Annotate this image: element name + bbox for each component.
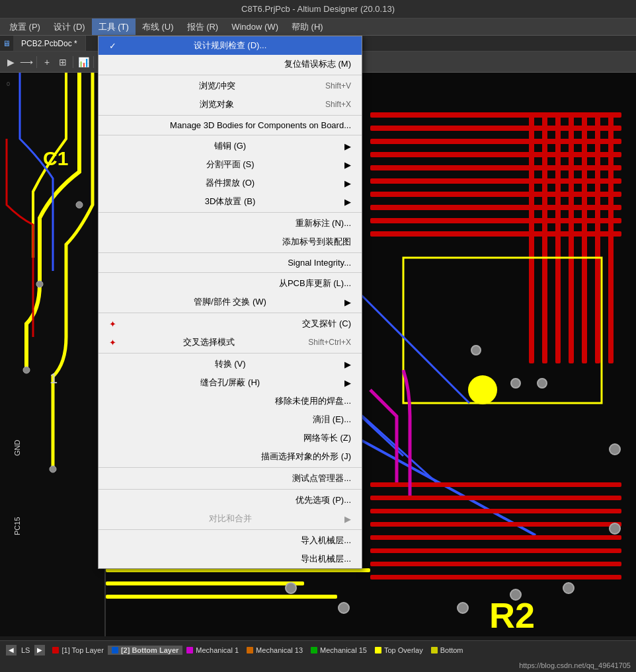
menu-signal-integrity[interactable]: Signal Integrity... [99, 254, 362, 271]
left-pcb-svg: GND PC15 C1 1 0 [0, 73, 106, 636]
sep-6 [99, 272, 362, 273]
layer-prev-btn[interactable]: ◀ [6, 645, 17, 655]
menu-reset-error[interactable]: 复位错误标志 (M) [99, 55, 362, 73]
component-arrow: ▶ [344, 178, 351, 188]
menu-cross-select[interactable]: ✦ 交叉选择模式 Shift+Ctrl+X [99, 333, 362, 352]
menu-bar: 放置 (P) 设计 (D) 工具 (T) 布线 (U) 报告 (R) Windo… [0, 19, 636, 36]
menu-export-mechanical[interactable]: 导出机械层... [99, 550, 362, 568]
url-bar: https://blog.csdn.net/qq_49641705 [0, 659, 636, 672]
svg-point-47 [457, 603, 468, 613]
topoverlay-dot [375, 647, 381, 653]
pcb-icon: 🖥 [3, 39, 11, 48]
svg-point-0 [76, 202, 83, 208]
svg-text:1: 1 [50, 370, 58, 387]
svg-rect-38 [370, 575, 621, 579]
layer-ls[interactable]: LS [17, 646, 34, 655]
bottomoverlay-dot [431, 647, 438, 653]
layer-mechanical13[interactable]: Mechanical 13 [243, 646, 307, 655]
menu-manage-3d[interactable]: Manage 3D Bodies for Components on Board… [99, 117, 362, 133]
menu-route[interactable]: 布线 (U) [136, 19, 180, 35]
menu-net-equal-length[interactable]: 网络等长 (Z) [99, 429, 362, 447]
svg-point-40 [468, 375, 497, 404]
split-arrow: ▶ [344, 160, 351, 170]
menu-place[interactable]: 放置 (P) [3, 19, 47, 35]
cross-select-icon: ✦ [109, 338, 122, 348]
menu-draw-outline[interactable]: 描画选择对象的外形 (J) [99, 447, 362, 466]
status-bar: ◀ LS ▶ [1] Top Layer [2] Bottom Layer Me… [0, 640, 636, 672]
svg-text:R2: R2 [489, 595, 535, 635]
toolbar-icon-3[interactable]: + [40, 55, 54, 69]
menu-copper[interactable]: 铺铜 (G) ▶ [99, 137, 362, 155]
left-panel: GND PC15 C1 1 0 [0, 73, 106, 636]
layer-next-btn[interactable]: ▶ [34, 645, 45, 655]
mech13-dot [247, 647, 253, 653]
layer-bottom[interactable]: [2] Bottom Layer [108, 646, 182, 655]
toolbar-icon-2[interactable]: ⟶ [19, 55, 34, 69]
menu-convert[interactable]: 转换 (V) ▶ [99, 355, 362, 373]
menu-slot-shield[interactable]: 缝合孔/屏蔽 (H) ▶ [99, 373, 362, 392]
svg-rect-33 [370, 509, 621, 513]
compare-arrow: ▶ [344, 514, 351, 524]
menu-update-from-pcb[interactable]: 从PCB库更新 (L)... [99, 274, 362, 293]
toolbar-icon-4[interactable]: ⊞ [56, 55, 70, 69]
menu-import-mechanical[interactable]: 导入机械层... [99, 531, 362, 550]
title-text: C8T6.PrjPcb - Altium Designer (20.0.13) [241, 4, 395, 14]
svg-rect-20 [529, 112, 534, 363]
pcb-tab[interactable]: PCB2.PcbDoc * [13, 36, 86, 51]
3d-arrow: ▶ [344, 197, 351, 207]
menu-testpoint-manager[interactable]: 测试点管理器... [99, 469, 362, 488]
menu-component-placement[interactable]: 器件摆放 (O) ▶ [99, 174, 362, 192]
svg-point-42 [471, 346, 481, 355]
menu-help[interactable]: 帮助 (H) [285, 19, 330, 35]
toolbar-icon-5[interactable]: 📊 [76, 55, 91, 69]
svg-point-45 [286, 583, 296, 593]
layer-top[interactable]: [1] Top Layer [48, 646, 107, 655]
layer-top-overlay[interactable]: Top Overlay [371, 646, 427, 655]
svg-rect-24 [582, 112, 587, 363]
dropdown-section-main: ✓ 设计规则检查 (D)... 复位错误标志 (M) 浏览/冲突 Shift+V… [99, 36, 362, 568]
menu-renumber[interactable]: 重新标注 (N)... [99, 214, 362, 233]
menu-split-plane[interactable]: 分割平面 (S) ▶ [99, 155, 362, 174]
svg-point-46 [338, 603, 349, 613]
layer-mechanical1[interactable]: Mechanical 1 [182, 646, 243, 655]
mech1-label: Mechanical 1 [196, 646, 239, 654]
mech13-label: Mechanical 13 [256, 646, 303, 654]
menu-pin-exchange[interactable]: 管脚/部件 交换 (W) ▶ [99, 293, 362, 311]
menu-cross-probe[interactable]: ✦ 交叉探针 (C) [99, 315, 362, 333]
toolbar-sep-2 [73, 56, 73, 68]
svg-point-49 [563, 583, 574, 593]
svg-rect-21 [542, 112, 547, 363]
menu-tools[interactable]: 工具 (T) [92, 19, 136, 35]
svg-rect-32 [370, 496, 621, 500]
menu-design-rule-check[interactable]: ✓ 设计规则检查 (D)... [99, 36, 362, 55]
svg-point-44 [537, 379, 547, 388]
mech15-label: Mechanical 15 [320, 646, 367, 654]
menu-report[interactable]: 报告 (R) [180, 19, 225, 35]
bottomoverlay-label: Bottom [440, 646, 463, 654]
menu-browse-conflicts[interactable]: 浏览/冲突 Shift+V [99, 77, 362, 95]
svg-point-43 [511, 379, 520, 388]
menu-add-annotation[interactable]: 添加标号到装配图 [99, 233, 362, 251]
title-bar: C8T6.PrjPcb - Altium Designer (20.0.13) [0, 0, 636, 19]
menu-remove-unused-pads[interactable]: 移除未使用的焊盘... [99, 392, 362, 410]
menu-compare-merge[interactable]: 对比和合并 ▶ [99, 509, 362, 528]
svg-text:GND: GND [13, 440, 21, 457]
toolbar-sep-3 [93, 56, 94, 68]
menu-3d-placement[interactable]: 3D体放置 (B) ▶ [99, 192, 362, 211]
layer-mechanical15[interactable]: Mechanical 15 [307, 646, 371, 655]
menu-window[interactable]: Window (W) [225, 19, 285, 35]
cross-probe-icon: ✦ [109, 319, 122, 329]
svg-rect-22 [555, 112, 561, 363]
menu-browse-objects[interactable]: 浏览对象 Shift+X [99, 95, 362, 114]
layer-nav: ◀ LS ▶ [3, 645, 48, 655]
menu-preferences[interactable]: 优先选项 (P)... [99, 491, 362, 509]
toolbar-icon-1[interactable]: ▶ [3, 55, 18, 69]
menu-teardrop[interactable]: 滴泪 (E)... [99, 410, 362, 429]
sep-7 [99, 313, 362, 313]
svg-rect-34 [370, 522, 621, 527]
layer-bar: ◀ LS ▶ [1] Top Layer [2] Bottom Layer Me… [0, 641, 636, 659]
layer-bottom-overlay[interactable]: Bottom [427, 646, 467, 655]
topoverlay-label: Top Overlay [384, 646, 423, 654]
svg-text:PC15: PC15 [13, 517, 21, 535]
menu-design[interactable]: 设计 (D) [47, 19, 92, 35]
